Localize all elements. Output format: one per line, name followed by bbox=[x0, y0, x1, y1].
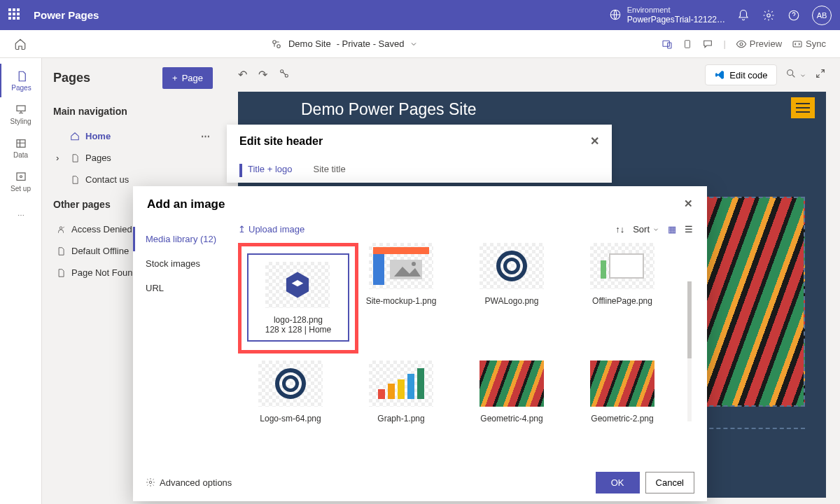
rail-pages-label: Pages bbox=[11, 84, 31, 92]
responsive-icon[interactable] bbox=[662, 38, 673, 50]
environment-label: Environment bbox=[627, 6, 725, 15]
help-icon[interactable] bbox=[787, 8, 801, 22]
thumbnail[interactable]: Geometric-4.png bbox=[459, 360, 564, 424]
bell-icon[interactable] bbox=[736, 8, 750, 22]
link-icon[interactable] bbox=[279, 68, 290, 82]
edit-header-panel: Edit site header ✕ Title + logo Site tit… bbox=[227, 125, 612, 183]
preview-site-title: Demo Power Pages Site bbox=[301, 100, 477, 119]
home-icon[interactable] bbox=[14, 38, 27, 50]
thumbnail[interactable]: logo-128.png 128 x 128 | Home bbox=[238, 243, 358, 354]
thumb-meta: 128 x 128 | Home bbox=[265, 325, 332, 335]
scrollbar[interactable] bbox=[687, 281, 692, 421]
thumb-name: logo-128.png bbox=[265, 315, 332, 325]
more-icon[interactable]: ⋯ bbox=[201, 131, 210, 141]
thumb-name: Geometric-2.png bbox=[591, 414, 653, 424]
sync-button[interactable]: Sync bbox=[792, 38, 826, 50]
thumbnail[interactable]: Site-mockup-1.png bbox=[349, 243, 454, 354]
thumbnail[interactable]: Graph-1.png bbox=[349, 360, 454, 424]
home-icon bbox=[70, 132, 80, 141]
expand-icon[interactable] bbox=[815, 68, 826, 82]
gear-icon[interactable] bbox=[762, 8, 776, 22]
rail-setup[interactable]: Set up bbox=[0, 164, 42, 198]
side-media-library[interactable]: Media library (12) bbox=[133, 227, 238, 251]
tab-site-title[interactable]: Site title bbox=[313, 164, 345, 177]
nav-label: Access Denied bbox=[71, 224, 132, 234]
rail-pages[interactable]: Pages bbox=[0, 64, 42, 97]
add-page-label: Page bbox=[182, 73, 203, 83]
rail-styling-label: Styling bbox=[10, 118, 31, 125]
sync-icon bbox=[792, 38, 803, 50]
spiral-icon bbox=[275, 368, 306, 399]
edit-header-title: Edit site header bbox=[239, 135, 323, 148]
svg-point-4 bbox=[277, 44, 281, 48]
tab-title-logo[interactable]: Title + logo bbox=[239, 164, 292, 177]
svg-point-1 bbox=[767, 13, 771, 17]
redo-icon[interactable]: ↷ bbox=[258, 68, 267, 82]
sync-label: Sync bbox=[806, 38, 826, 49]
svg-point-3 bbox=[273, 40, 276, 43]
close-icon[interactable]: ✕ bbox=[684, 197, 693, 211]
close-icon[interactable]: ✕ bbox=[590, 134, 599, 148]
vscode-icon bbox=[714, 69, 725, 80]
svg-rect-20 bbox=[373, 247, 429, 254]
list-view-icon[interactable]: ☰ bbox=[685, 224, 693, 234]
comment-icon[interactable] bbox=[702, 38, 713, 50]
thumbnail[interactable]: Logo-sm-64.png bbox=[238, 360, 343, 424]
svg-point-14 bbox=[59, 226, 62, 229]
tablet-icon[interactable] bbox=[682, 38, 692, 50]
environment-value: PowerPagesTrial-12122… bbox=[627, 15, 725, 24]
side-stock-images[interactable]: Stock images bbox=[133, 251, 238, 276]
mockup-icon bbox=[373, 247, 429, 285]
sort-direction-icon[interactable]: ↑↓ bbox=[615, 224, 624, 234]
eye-icon bbox=[736, 38, 747, 50]
waffle-icon[interactable] bbox=[8, 8, 22, 22]
preview-button[interactable]: Preview bbox=[736, 38, 782, 50]
edit-code-label: Edit code bbox=[729, 70, 767, 80]
nav-item-pages[interactable]: ›Pages bbox=[53, 147, 213, 169]
spiral-icon bbox=[496, 251, 527, 281]
pages-title: Pages bbox=[53, 71, 90, 85]
thumb-name: OfflinePage.png bbox=[592, 296, 652, 306]
nav-label: Pages bbox=[85, 153, 111, 163]
divider: | bbox=[723, 38, 725, 49]
cancel-button[interactable]: Cancel bbox=[645, 472, 694, 493]
svg-point-25 bbox=[149, 481, 152, 484]
more-icon: ⋯ bbox=[18, 211, 24, 219]
svg-point-8 bbox=[740, 43, 743, 46]
nav-label: Contact us bbox=[85, 174, 129, 185]
geometric-icon bbox=[479, 360, 544, 407]
hamburger-button[interactable] bbox=[791, 97, 815, 118]
undo-icon[interactable]: ↶ bbox=[238, 68, 247, 82]
upload-image-button[interactable]: ↥Upload image bbox=[238, 224, 304, 234]
thumbnail[interactable]: Geometric-2.png bbox=[570, 360, 675, 424]
rail-styling[interactable]: Styling bbox=[0, 97, 42, 131]
thumbnail[interactable]: OfflinePage.png bbox=[570, 243, 675, 354]
nav-label: Page Not Found bbox=[71, 267, 138, 278]
avatar[interactable]: AB bbox=[812, 6, 832, 25]
rail-data-label: Data bbox=[13, 151, 28, 159]
site-picker[interactable]: Demo Site - Private - Saved bbox=[270, 38, 419, 50]
sort-button[interactable]: Sort bbox=[633, 224, 659, 234]
thumbnail[interactable]: PWALogo.png bbox=[459, 243, 564, 354]
edit-code-button[interactable]: Edit code bbox=[705, 64, 776, 85]
grid-view-icon[interactable]: ▦ bbox=[668, 224, 676, 234]
add-page-button[interactable]: +Page bbox=[162, 67, 213, 89]
left-rail: Pages Styling Data Set up ⋯ bbox=[0, 58, 42, 504]
site-name-label: Demo Site bbox=[288, 38, 331, 49]
svg-rect-12 bbox=[17, 173, 25, 181]
page-icon bbox=[56, 268, 66, 278]
advanced-options[interactable]: Advanced options bbox=[146, 477, 232, 488]
zoom-icon[interactable] bbox=[785, 68, 806, 82]
svg-rect-7 bbox=[685, 40, 690, 48]
nav-item-home[interactable]: Home⋯ bbox=[53, 125, 213, 147]
svg-point-13 bbox=[20, 175, 22, 177]
environment-picker[interactable]: Environment PowerPagesTrial-12122… bbox=[609, 6, 725, 25]
rail-more[interactable]: ⋯ bbox=[0, 198, 42, 232]
side-url[interactable]: URL bbox=[133, 276, 238, 300]
svg-point-24 bbox=[412, 262, 416, 266]
sort-label: Sort bbox=[633, 224, 650, 234]
ok-button[interactable]: OK bbox=[596, 472, 640, 493]
rail-data[interactable]: Data bbox=[0, 131, 42, 164]
plus-icon: + bbox=[172, 73, 178, 83]
add-image-modal: Add an image ✕ Media library (12) Stock … bbox=[133, 186, 707, 501]
